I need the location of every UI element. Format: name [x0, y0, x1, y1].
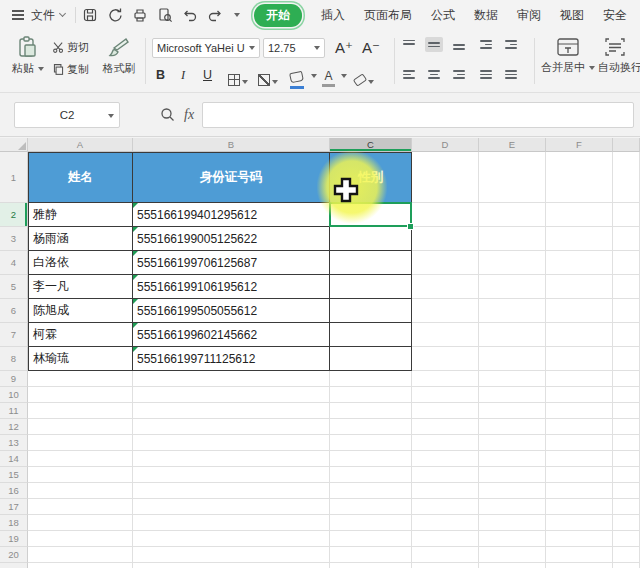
cell-C12[interactable] [330, 419, 412, 435]
cell-B13[interactable] [133, 435, 330, 451]
cell-C6[interactable] [330, 299, 412, 323]
align-right-button[interactable] [450, 67, 468, 82]
cell-E14[interactable] [479, 451, 546, 467]
column-header-C[interactable]: C [330, 138, 412, 152]
cell-A9[interactable] [28, 371, 133, 387]
row-header-18[interactable]: 18 [0, 515, 28, 531]
cell-C20[interactable] [330, 547, 412, 563]
cell-G21[interactable] [613, 563, 640, 568]
row-header-20[interactable]: 20 [0, 547, 28, 563]
cell-C11[interactable] [330, 403, 412, 419]
cell-C9[interactable] [330, 371, 412, 387]
cell-D18[interactable] [412, 515, 479, 531]
cell-B21[interactable] [133, 563, 330, 568]
redo-icon[interactable] [207, 7, 223, 23]
row-header-16[interactable]: 16 [0, 483, 28, 499]
cell-E8[interactable] [479, 347, 546, 371]
tab-开始[interactable]: 开始 [254, 4, 302, 27]
row-header-15[interactable]: 15 [0, 467, 28, 483]
cell-D4[interactable] [412, 251, 479, 275]
cell-A8[interactable]: 林瑜琉 [28, 347, 133, 371]
cell-B5[interactable]: 555166199106195612 [133, 275, 330, 299]
cell-A1[interactable]: 姓名 [28, 152, 133, 203]
cell-B18[interactable] [133, 515, 330, 531]
cell-B19[interactable] [133, 531, 330, 547]
cell-E16[interactable] [479, 483, 546, 499]
cell-E21[interactable] [479, 563, 546, 568]
cell-A16[interactable] [28, 483, 133, 499]
paste-button[interactable]: 粘贴 [6, 35, 50, 76]
cell-G3[interactable] [613, 227, 640, 251]
cell-A20[interactable] [28, 547, 133, 563]
column-header-A[interactable]: A [28, 138, 133, 152]
export-icon[interactable] [107, 7, 123, 23]
cell-G18[interactable] [613, 515, 640, 531]
cell-C5[interactable] [330, 275, 412, 299]
formula-input[interactable] [202, 102, 634, 128]
cell-D19[interactable] [412, 531, 479, 547]
cell-C10[interactable] [330, 387, 412, 403]
cell-C18[interactable] [330, 515, 412, 531]
cell-B6[interactable]: 555166199505055612 [133, 299, 330, 323]
cell-B11[interactable] [133, 403, 330, 419]
cell-D3[interactable] [412, 227, 479, 251]
cell-D20[interactable] [412, 547, 479, 563]
row-header-8[interactable]: 8 [0, 347, 28, 371]
cell-C8[interactable] [330, 347, 412, 371]
increase-indent-button[interactable] [502, 37, 520, 52]
cell-F11[interactable] [546, 403, 613, 419]
cell-C19[interactable] [330, 531, 412, 547]
wrap-text-button[interactable]: 自动换行 [598, 37, 640, 75]
cell-A14[interactable] [28, 451, 133, 467]
cell-G11[interactable] [613, 403, 640, 419]
row-header-17[interactable]: 17 [0, 499, 28, 515]
cell-A11[interactable] [28, 403, 133, 419]
row-header-9[interactable]: 9 [0, 371, 28, 387]
font-color-button[interactable]: A [322, 66, 335, 87]
borders-button[interactable] [228, 70, 248, 88]
cell-E10[interactable] [479, 387, 546, 403]
fill-color-dropdown-icon[interactable] [311, 74, 317, 78]
cell-G7[interactable] [613, 323, 640, 347]
fx-icon[interactable]: fx [184, 107, 194, 123]
cell-F17[interactable] [546, 499, 613, 515]
customize-toolbar-icon[interactable] [234, 13, 240, 17]
row-header-6[interactable]: 6 [0, 299, 28, 323]
distribute-button[interactable] [502, 67, 520, 82]
cell-E19[interactable] [479, 531, 546, 547]
column-header-E[interactable]: E [479, 138, 546, 152]
cell-F16[interactable] [546, 483, 613, 499]
cell-G6[interactable] [613, 299, 640, 323]
cell-B7[interactable]: 555166199602145662 [133, 323, 330, 347]
row-header-5[interactable]: 5 [0, 275, 28, 299]
cell-D21[interactable] [412, 563, 479, 568]
cell-E9[interactable] [479, 371, 546, 387]
undo-icon[interactable] [182, 7, 198, 23]
cell-F18[interactable] [546, 515, 613, 531]
cell-D15[interactable] [412, 467, 479, 483]
tab-数据[interactable]: 数据 [474, 7, 498, 24]
cell-B9[interactable] [133, 371, 330, 387]
font-color-dropdown-icon[interactable] [341, 74, 347, 78]
column-header-B[interactable]: B [133, 138, 330, 152]
align-bottom-button[interactable] [450, 37, 468, 52]
fill-color-button[interactable] [290, 67, 304, 89]
cell-G4[interactable] [613, 251, 640, 275]
tab-视图[interactable]: 视图 [560, 7, 584, 24]
select-all-corner[interactable] [0, 138, 28, 152]
cell-A7[interactable]: 柯霖 [28, 323, 133, 347]
row-header-12[interactable]: 12 [0, 419, 28, 435]
cell-A13[interactable] [28, 435, 133, 451]
align-middle-button[interactable] [425, 37, 443, 52]
cell-C17[interactable] [330, 499, 412, 515]
cell-D10[interactable] [412, 387, 479, 403]
cell-A2[interactable]: 雅静 [28, 203, 133, 227]
cell-E1[interactable] [479, 152, 546, 203]
cell-B8[interactable]: 555166199711125612 [133, 347, 330, 371]
cell-A18[interactable] [28, 515, 133, 531]
row-header-4[interactable]: 4 [0, 251, 28, 275]
cell-E12[interactable] [479, 419, 546, 435]
save-icon[interactable] [82, 7, 98, 23]
cell-F14[interactable] [546, 451, 613, 467]
cell-E11[interactable] [479, 403, 546, 419]
